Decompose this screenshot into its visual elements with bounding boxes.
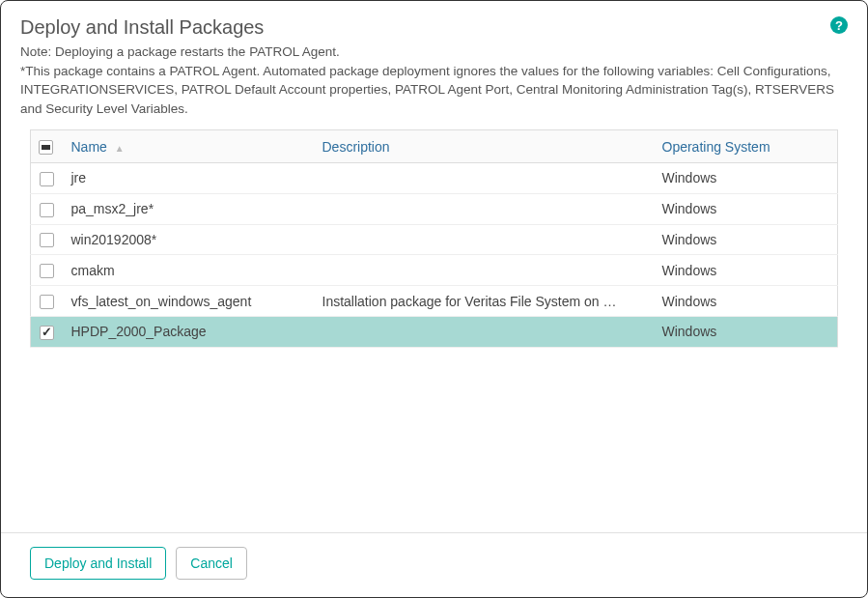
packages-table-body: jreWindowspa_msx2_jre*Windowswin20192008… [31,163,838,348]
column-header-select [31,130,64,163]
cancel-button[interactable]: Cancel [176,547,247,580]
dialog-footer: Deploy and Install Cancel [1,532,867,597]
table-row[interactable]: cmakmWindows [31,255,838,286]
packages-table: Name ▲ Description Operating System jreW… [30,129,838,348]
row-os: Windows [655,255,838,286]
column-header-description-label: Description [322,139,390,155]
column-header-description[interactable]: Description [315,130,655,163]
table-header-row: Name ▲ Description Operating System [31,130,838,163]
row-os: Windows [655,224,838,255]
row-name: vfs_latest_on_windows_agent [64,286,315,317]
row-checkbox[interactable] [40,233,54,247]
note-line-1: Note: Deploying a package restarts the P… [20,43,848,62]
row-os: Windows [655,317,838,348]
row-name: win20192008* [64,224,315,255]
column-header-name-label: Name [71,139,107,155]
row-checkbox[interactable] [40,295,54,309]
row-description: Installation package for Veritas File Sy… [315,286,655,317]
row-description [315,255,655,286]
row-checkbox-cell [31,317,64,348]
table-row[interactable]: jreWindows [31,163,838,194]
row-name: HPDP_2000_Package [64,317,315,348]
column-header-os-label: Operating System [662,139,770,155]
column-header-os[interactable]: Operating System [655,130,838,163]
row-description [315,193,655,224]
row-os: Windows [655,163,838,194]
dialog-title: Deploy and Install Packages [20,16,264,39]
dialog-header: Deploy and Install Packages ? [1,1,867,43]
note-line-2: *This package contains a PATROL Agent. A… [20,62,848,119]
row-checkbox-cell [31,224,64,255]
deploy-install-button[interactable]: Deploy and Install [30,547,166,580]
row-os: Windows [655,286,838,317]
select-all-checkbox[interactable] [39,140,53,155]
table-row[interactable]: pa_msx2_jre*Windows [31,193,838,224]
table-row[interactable]: win20192008*Windows [31,224,838,255]
table-row[interactable]: HPDP_2000_PackageWindows [31,317,838,348]
row-name: jre [64,163,315,194]
sort-asc-icon: ▲ [115,143,125,154]
packages-table-wrap: Name ▲ Description Operating System jreW… [1,129,867,532]
row-checkbox-cell [31,193,64,224]
row-checkbox[interactable] [40,264,54,278]
row-description [315,224,655,255]
column-header-name[interactable]: Name ▲ [64,130,315,163]
row-checkbox-cell [31,286,64,317]
row-checkbox[interactable] [40,203,54,217]
help-icon[interactable]: ? [830,16,848,34]
row-name: cmakm [64,255,315,286]
row-description [315,317,655,348]
row-name: pa_msx2_jre* [64,193,315,224]
row-checkbox[interactable] [40,172,54,186]
row-description [315,163,655,194]
row-checkbox[interactable] [40,326,54,340]
dialog-note: Note: Deploying a package restarts the P… [1,43,867,129]
deploy-install-dialog: Deploy and Install Packages ? Note: Depl… [0,0,868,598]
row-checkbox-cell [31,255,64,286]
row-os: Windows [655,193,838,224]
table-row[interactable]: vfs_latest_on_windows_agentInstallation … [31,286,838,317]
row-checkbox-cell [31,163,64,194]
